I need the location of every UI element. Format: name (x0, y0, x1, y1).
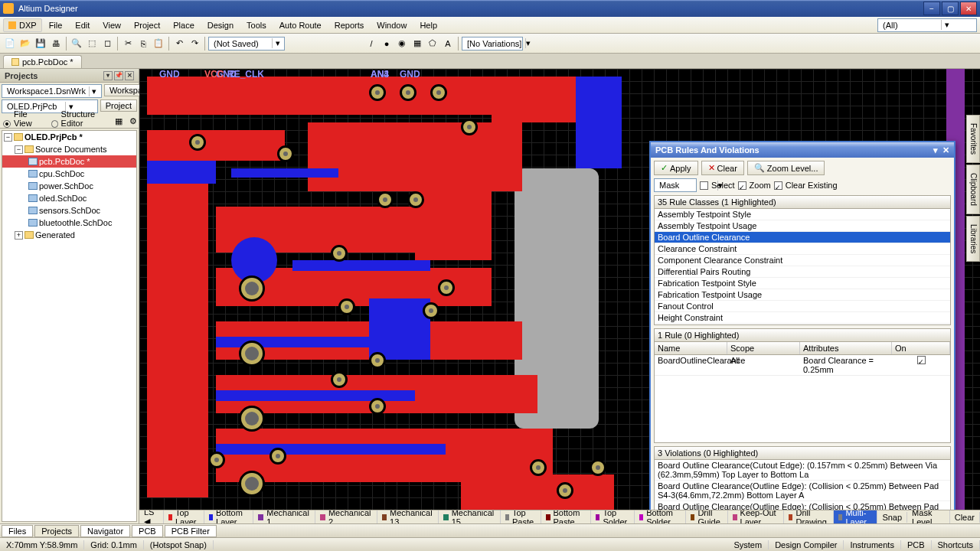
violation-item[interactable]: Board Outline Clearance(Cutout Edge): (0… (655, 460, 950, 481)
rules-panel-header[interactable]: PCB Rules And Violations ▾ ✕ (651, 142, 954, 158)
rule-class-item[interactable]: Fanout Control (655, 301, 950, 312)
status-pcb[interactable]: PCB (901, 540, 932, 549)
rule-class-item[interactable]: Fabrication Testpoint Style (655, 278, 950, 289)
status-system[interactable]: System (727, 540, 769, 549)
pcb-filter-tab[interactable]: PCB Filter (165, 525, 217, 537)
via-icon[interactable]: ● (380, 37, 394, 51)
copy-icon[interactable]: ⎘ (136, 37, 150, 51)
menu-view[interactable]: View (96, 19, 127, 31)
layer-tab[interactable]: Mechanical 1 (253, 510, 315, 523)
menu-window[interactable]: Window (371, 19, 413, 31)
pad-icon[interactable]: ◉ (395, 37, 409, 51)
zoom-checkbox[interactable] (738, 181, 746, 190)
layer-tab[interactable]: Bottom Layer (204, 510, 253, 523)
status-instruments[interactable]: Instruments (844, 540, 900, 549)
layer-nav-prev[interactable]: LS ◀ (139, 510, 164, 523)
layer-tab[interactable]: Top Solder (591, 510, 635, 523)
minimize-button[interactable]: − (923, 2, 940, 15)
panel-pin-icon[interactable]: 📌 (114, 71, 123, 80)
snap-button[interactable]: Snap (877, 512, 907, 523)
layer-tab[interactable]: Drill Drawing (784, 510, 834, 523)
apply-button[interactable]: ✓Apply (654, 161, 698, 175)
doc-tab-pcb[interactable]: pcb.PcbDoc * (3, 55, 82, 68)
structure-radio[interactable] (51, 120, 57, 128)
tree-source-docs[interactable]: −Source Documents (2, 143, 136, 155)
status-shortcuts[interactable]: Shortcuts (932, 540, 980, 549)
navigator-tab[interactable]: Navigator (80, 525, 130, 537)
clear-mask-button[interactable]: Clear (950, 512, 980, 523)
fileview-radio[interactable] (3, 120, 11, 128)
violation-item[interactable]: Board Outline Clearance(Outline Edge): (… (655, 501, 950, 510)
paste-icon[interactable]: 📋 (152, 37, 165, 51)
layer-tab[interactable]: Drill Guide (686, 510, 728, 523)
rule-class-item[interactable]: Assembly Testpoint Style (655, 209, 950, 220)
zoom-area-icon[interactable]: 🔍 (70, 37, 83, 51)
projects-tab[interactable]: Projects (34, 525, 79, 537)
clipboard-tab[interactable]: Clipboard (966, 165, 980, 214)
redo-icon[interactable]: ↷ (188, 37, 201, 51)
panel-close-icon[interactable]: ✕ (942, 145, 949, 155)
new-icon[interactable]: 📄 (3, 37, 17, 51)
rules-grid[interactable]: 1 Rule (0 Highlighted) Name Scope Attrib… (654, 328, 951, 443)
tree-file-oled[interactable]: oled.SchDoc (2, 192, 136, 204)
layer-tab[interactable]: Mechanical 15 (439, 510, 501, 523)
rule-class-item[interactable]: Differential Pairs Routing (655, 266, 950, 278)
favorites-tab[interactable]: Favorites (966, 115, 980, 163)
open-icon[interactable]: 📂 (18, 37, 32, 51)
select-checkbox[interactable] (700, 181, 708, 190)
tree-generated[interactable]: +Generated (2, 229, 136, 241)
tree-project-root[interactable]: −OLED.PrjPcb * (2, 131, 136, 143)
tree-file-power[interactable]: power.SchDoc (2, 180, 136, 192)
maximize-button[interactable]: ▢ (942, 2, 959, 15)
rule-row[interactable]: BoardOutlineClearance All Board Clearanc… (655, 355, 950, 376)
variations-combo[interactable]: [No Variations]▾ (462, 37, 523, 51)
menu-file[interactable]: File (43, 19, 69, 31)
rule-class-item[interactable]: Clearance Constraint (655, 243, 950, 255)
rule-classes-list[interactable]: 35 Rule Classes (1 Highlighted) Assembly… (654, 195, 951, 325)
layer-tab[interactable]: Multi-Layer (834, 510, 877, 523)
rule-class-item[interactable]: Height Constraint (655, 312, 950, 324)
layer-tab[interactable]: Mechanical 13 (377, 510, 439, 523)
panel-close-icon[interactable]: ✕ (125, 71, 134, 80)
panel-menu-icon[interactable]: ▾ (933, 145, 938, 155)
poly-icon[interactable]: ⬠ (426, 37, 439, 51)
layer-tab[interactable]: Mechanical 2 (315, 510, 377, 523)
text-icon[interactable]: A (441, 37, 455, 51)
libraries-tab[interactable]: Libraries (966, 216, 980, 262)
files-tab[interactable]: Files (2, 525, 33, 537)
rule-class-item[interactable]: Component Clearance Constraint (655, 255, 950, 266)
menu-project[interactable]: Project (128, 19, 166, 31)
tree-expand-icon[interactable]: ▦ (113, 114, 125, 128)
workspace-combo[interactable]: Workspace1.DsnWrk▾ (2, 84, 102, 98)
clear-existing-checkbox[interactable] (774, 181, 782, 190)
menu-design[interactable]: Design (201, 19, 240, 31)
dxp-menu[interactable]: DXP (3, 18, 42, 32)
fill-icon[interactable]: ▦ (410, 37, 424, 51)
zoom-sel-icon[interactable]: ◻ (100, 37, 114, 51)
menu-edit[interactable]: Edit (69, 19, 96, 31)
pcb-canvas[interactable]: GND GND RE_CLK AN3 AN4 GND VCC PCB Rules… (139, 69, 980, 510)
tree-file-cpu[interactable]: cpu.SchDoc (2, 168, 136, 180)
tree-file-sensors[interactable]: sensors.SchDoc (2, 204, 136, 217)
menu-help[interactable]: Help (413, 19, 443, 31)
menu-autoroute[interactable]: Auto Route (273, 19, 328, 31)
layer-tab[interactable]: Bottom Solder (635, 510, 686, 523)
layer-tab[interactable]: Top Layer (164, 510, 204, 523)
filter-combo[interactable]: (All)▾ (877, 18, 977, 32)
track-icon[interactable]: / (364, 37, 378, 51)
tree-file-pcb[interactable]: pcb.PcbDoc * (2, 155, 136, 168)
panel-dropdown-icon[interactable]: ▾ (103, 71, 113, 80)
clear-button[interactable]: ✕Clear (701, 161, 744, 175)
layer-tab[interactable]: Bottom Paste (541, 510, 591, 523)
rule-enabled-checkbox[interactable] (917, 356, 926, 364)
layer-tab[interactable]: Top Paste (501, 510, 541, 523)
menu-reports[interactable]: Reports (328, 19, 371, 31)
mask-level-button[interactable]: Mask Level (907, 510, 950, 523)
save-icon[interactable]: 💾 (34, 37, 47, 51)
rule-class-item[interactable]: Hole Size Constraint (655, 324, 950, 325)
tree-settings-icon[interactable]: ⚙ (127, 114, 139, 128)
zoom-fit-icon[interactable]: ⬚ (85, 37, 99, 51)
rule-class-item[interactable]: Assembly Testpoint Usage (655, 220, 950, 232)
print-icon[interactable]: 🖶 (49, 37, 63, 51)
violations-list[interactable]: 3 Violations (0 Highlighted) Board Outli… (654, 446, 951, 510)
